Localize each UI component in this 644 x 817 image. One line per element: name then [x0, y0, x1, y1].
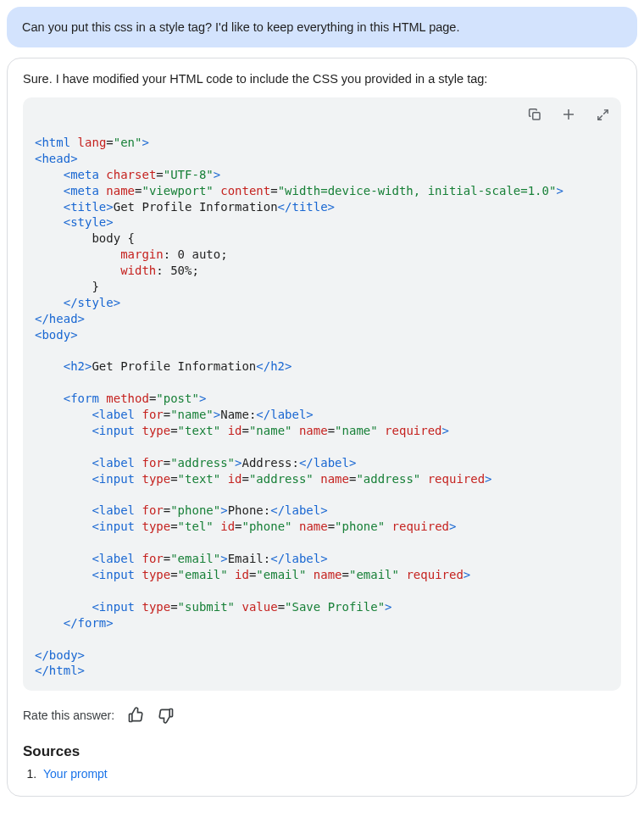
code-h2-text: Get Profile Information: [92, 359, 256, 373]
css-margin-val: 0 auto: [178, 247, 221, 261]
expand-icon[interactable]: [594, 106, 611, 123]
code-block: <html lang="en"> <head> <meta charset="U…: [23, 97, 621, 691]
assistant-answer-card: Sure. I have modified your HTML code to …: [7, 58, 637, 797]
sources-list: Your prompt: [40, 767, 621, 781]
rate-answer-row: Rate this answer:: [23, 706, 621, 725]
assistant-intro-text: Sure. I have modified your HTML code to …: [23, 72, 621, 86]
code-title-text: Get Profile Information: [114, 200, 278, 214]
source-item: Your prompt: [40, 767, 621, 781]
rate-label: Rate this answer:: [23, 709, 114, 722]
user-message-text: Can you put this css in a style tag? I'd…: [22, 20, 459, 34]
source-link[interactable]: Your prompt: [43, 767, 108, 781]
svg-rect-0: [533, 113, 540, 119]
label-phone: Phone:: [228, 503, 271, 517]
label-email: Email:: [228, 552, 271, 565]
plus-icon[interactable]: [560, 106, 577, 123]
sources-heading: Sources: [23, 743, 621, 760]
submit-value: Save Profile: [292, 600, 378, 614]
copy-icon[interactable]: [526, 106, 543, 123]
thumbs-up-icon[interactable]: [126, 706, 145, 725]
thumbs-down-icon[interactable]: [157, 706, 175, 725]
svg-line-3: [603, 109, 608, 114]
svg-line-4: [597, 115, 602, 119]
label-name: Name:: [220, 408, 256, 421]
code-toolbar: [526, 106, 611, 123]
code-content: <html lang="en"> <head> <meta charset="U…: [35, 135, 609, 679]
user-message-bubble: Can you put this css in a style tag? I'd…: [7, 7, 637, 47]
css-width-val: 50%: [170, 264, 192, 277]
label-address: Address:: [242, 456, 298, 470]
